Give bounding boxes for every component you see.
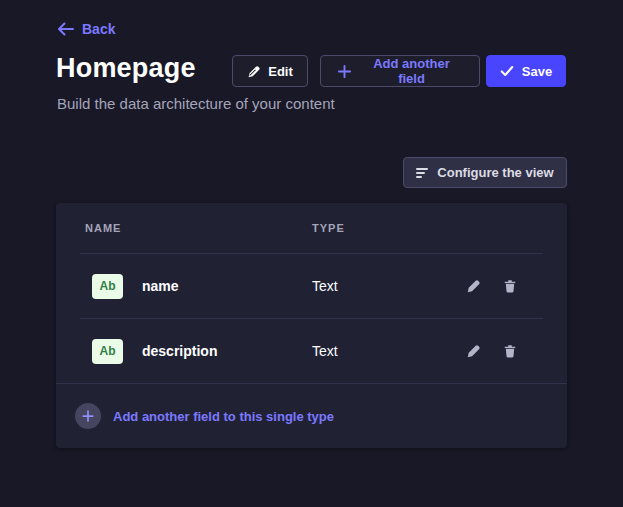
arrow-left-icon: [57, 22, 74, 36]
configure-view-button[interactable]: Configure the view: [403, 157, 567, 188]
configure-view-label: Configure the view: [437, 165, 553, 180]
back-label: Back: [82, 21, 115, 37]
column-header-type: TYPE: [312, 203, 345, 253]
field-type: Text: [312, 278, 338, 294]
list-lines-icon: [416, 168, 428, 178]
row-actions: [466, 279, 517, 293]
plus-circle-icon: [75, 403, 101, 429]
field-type-badge: Ab: [92, 274, 123, 299]
table-row-description: Ab description Text: [56, 319, 567, 383]
add-another-field-button[interactable]: Add another field: [320, 55, 480, 87]
edit-button[interactable]: Edit: [232, 55, 308, 87]
plus-icon: [337, 64, 352, 79]
page-subtitle: Build the data architecture of your cont…: [57, 95, 335, 112]
trash-icon: [503, 279, 517, 293]
table-row-name: Ab name Text: [56, 254, 567, 318]
delete-field-button[interactable]: [503, 344, 517, 358]
pencil-icon: [466, 279, 480, 293]
field-name: description: [142, 343, 217, 359]
trash-icon: [503, 344, 517, 358]
save-button-label: Save: [522, 64, 552, 79]
save-button[interactable]: Save: [486, 55, 566, 87]
fields-table-card: NAME TYPE Ab name Text Ab description T: [56, 203, 567, 448]
edit-field-button[interactable]: [466, 344, 480, 358]
edit-button-label: Edit: [268, 64, 293, 79]
check-icon: [500, 65, 514, 77]
page-title: Homepage: [56, 53, 196, 84]
edit-field-button[interactable]: [466, 279, 480, 293]
row-actions: [466, 344, 517, 358]
field-type-badge: Ab: [92, 339, 123, 364]
column-header-name: NAME: [85, 203, 121, 253]
add-field-row[interactable]: Add another field to this single type: [56, 384, 567, 448]
add-another-field-label: Add another field: [360, 56, 463, 86]
back-link[interactable]: Back: [57, 21, 115, 37]
field-type: Text: [312, 343, 338, 359]
pencil-icon: [247, 65, 260, 78]
add-field-row-label: Add another field to this single type: [113, 409, 334, 424]
table-header: NAME TYPE: [56, 203, 567, 253]
delete-field-button[interactable]: [503, 279, 517, 293]
field-name: name: [142, 278, 179, 294]
pencil-icon: [466, 344, 480, 358]
